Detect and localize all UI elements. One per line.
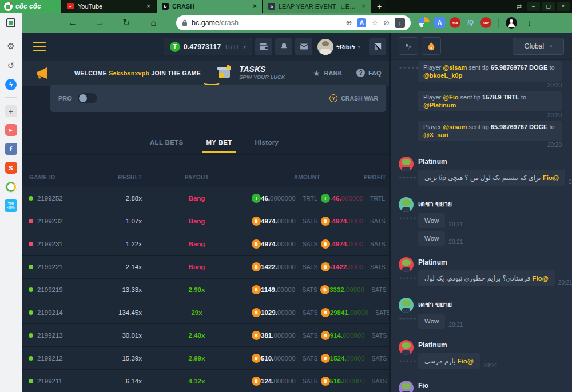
quick-download-icon[interactable]: ⇄ (517, 3, 522, 10)
tab-close-icon[interactable]: × (253, 2, 257, 10)
username[interactable]: ϟRibiϟ (336, 43, 355, 50)
question-circle-icon: ? (329, 94, 337, 102)
chat-username[interactable]: เดชา ขยาย (418, 299, 562, 310)
bookmark-star-icon[interactable]: ☆ (371, 18, 378, 27)
chat-username[interactable]: Platinum (418, 258, 562, 266)
table-row[interactable]: 2199213 30.01x 2.40x ฿381.000000SATS ฿91… (22, 323, 389, 346)
coin-drop-button[interactable]: ฿ (422, 37, 441, 55)
download-manager-icon[interactable]: ↓ (395, 18, 405, 28)
adblock-shield-icon[interactable]: ⊘ (383, 18, 390, 27)
pro-label: PRO (58, 95, 72, 102)
timestamp: 20:20 (418, 82, 562, 89)
sats-coin-icon: ฿ (320, 285, 329, 294)
rank-link[interactable]: ★ RANK (313, 69, 342, 78)
chat-username[interactable]: Fio (418, 382, 562, 390)
trtl-coin-icon: T (252, 194, 261, 203)
table-row[interactable]: 2199252 2.88x Bang T46.0000000TRTL T-46.… (22, 187, 389, 210)
chat-channel-select[interactable]: Global ▾ (513, 38, 564, 55)
tab-youtube[interactable]: ▶ YouTube × (62, 0, 156, 13)
table-row[interactable]: 2199212 15.39x 2.99x ฿510.000000SATS ฿15… (22, 346, 389, 369)
new-tab-button[interactable]: + (372, 0, 386, 13)
table-row[interactable]: 2199221 2.14x Bang ฿1422.00000SATS ฿-142… (22, 255, 389, 278)
rain-button[interactable] (399, 37, 418, 55)
extension-yab-icon[interactable]: YAB (450, 17, 460, 28)
tip-message: Player @sisam sent tip 65.98769767 DOGE … (418, 61, 562, 89)
shopee-shortcut-icon[interactable]: S (5, 162, 17, 174)
url-text[interactable]: bc.game/crash (192, 19, 239, 27)
tiki-shortcut-icon[interactable]: TIKI -50% (5, 199, 17, 212)
history-icon[interactable]: ↺ (5, 59, 17, 72)
settings-gear-icon[interactable]: ⚙ (5, 40, 17, 53)
messenger-icon[interactable]: ϟ (5, 79, 17, 90)
avatar[interactable] (399, 157, 414, 171)
coccoc-brand[interactable]: cốc cốc (0, 0, 61, 13)
facebook-shortcut-icon[interactable]: f (5, 143, 17, 155)
tab-close-icon[interactable]: × (362, 2, 366, 10)
balance-selector[interactable]: T 0.47973117 TRTL ▾ (164, 38, 252, 55)
extension-abp-icon[interactable]: ABP (480, 17, 491, 28)
coccoc-sidebar: ⚙ ↺ ϟ + ▶ f S TIKI -50% (0, 13, 22, 392)
avatar[interactable] (399, 197, 414, 212)
menu-hamburger-icon[interactable] (33, 42, 46, 51)
table-row[interactable]: 2199219 13.33x 2.90x ฿1149.00000SATS ฿33… (22, 278, 389, 301)
avatar[interactable] (399, 298, 414, 313)
chat-username[interactable]: เดชา ขยาย (418, 198, 562, 209)
table-row[interactable]: 2199214 134.45x 29x ฿1029.00000SATS ฿298… (22, 301, 389, 323)
timestamp: 20:20 (418, 142, 562, 148)
close-button[interactable]: × (557, 2, 570, 11)
tab-close-icon[interactable]: × (146, 2, 150, 10)
tab-my-bet[interactable]: MY BET (202, 135, 236, 153)
avatar[interactable] (399, 340, 414, 355)
chat-username[interactable]: Platinum (418, 158, 562, 166)
table-row[interactable]: 2199231 1.22x Bang ฿4974.00000SATS ฿-497… (22, 233, 389, 255)
coccoc-shortcut-icon[interactable] (5, 181, 17, 193)
megaphone-icon (35, 66, 50, 80)
table-row[interactable]: 2199232 1.07x Bang ฿4974.00000SATS ฿-497… (22, 210, 389, 233)
forward-button[interactable]: → (92, 18, 107, 28)
chat-feed[interactable]: ★★★★★ Player @sisam sent tip 65.98769767… (391, 60, 572, 392)
minimize-button[interactable]: – (527, 2, 540, 11)
avatar[interactable] (399, 381, 414, 392)
notifications-button[interactable] (275, 38, 292, 55)
chat-username[interactable]: Platinum (418, 341, 562, 349)
messages-button[interactable] (295, 38, 312, 55)
sats-coin-icon: ฿ (321, 217, 330, 226)
user-avatar[interactable] (317, 39, 333, 55)
tab-crash-active[interactable]: b CRASH × (157, 0, 262, 13)
translate-icon[interactable]: A (357, 18, 366, 27)
tab-leap-year-event[interactable]: b LEAP YEAR EVENT - □Event - × (263, 0, 371, 13)
sats-coin-icon: ฿ (321, 262, 330, 271)
pro-toggle[interactable] (78, 93, 97, 103)
mention: @sisam (443, 64, 467, 71)
profile-avatar-icon[interactable] (506, 17, 517, 29)
tab-all-bets[interactable]: ALL BETS (146, 135, 187, 153)
result-cell: 134.45x (92, 309, 142, 316)
table-row[interactable]: 2199211 6.14x 4.12x ฿124.000000SATS ฿510… (22, 369, 389, 392)
balance-currency: TRTL (224, 43, 240, 50)
sidebar-toggle-icon[interactable] (6, 18, 15, 27)
extension-translate-icon[interactable]: A (434, 17, 445, 28)
add-shortcut-button[interactable]: + (5, 105, 17, 117)
wallet-button[interactable] (255, 38, 272, 55)
sats-coin-icon: ฿ (321, 377, 330, 386)
avatar[interactable] (399, 257, 414, 272)
youtube-shortcut-icon[interactable]: ▶ (5, 124, 17, 136)
payout-cell: 2.40x (142, 332, 252, 339)
restore-button[interactable]: ▢ (542, 2, 555, 11)
downloads-icon[interactable]: ↓ (527, 18, 532, 27)
crash-war-link[interactable]: ? CRASH WAR (329, 94, 378, 102)
tasks-widget[interactable]: TASKS SPIN YOUR LUCK (215, 63, 285, 81)
address-bar[interactable]: bc.game/crash ⊕ A ☆ ⊘ ↓ (176, 15, 411, 30)
tab-history[interactable]: History (251, 135, 283, 153)
timestamp: 20:20 (569, 179, 572, 186)
zoom-icon[interactable]: ⊕ (346, 18, 352, 27)
extension-iq-icon[interactable]: IQ (465, 17, 476, 28)
chat-toggle-button[interactable] (369, 38, 386, 55)
extension-pie-icon[interactable] (419, 17, 430, 28)
user-stars: ★★★★★ (399, 66, 419, 70)
back-button[interactable]: ← (65, 18, 80, 28)
faq-link[interactable]: ? FAQ (356, 69, 382, 77)
reload-button[interactable]: ↻ (119, 17, 134, 28)
home-button[interactable]: ⌂ (146, 18, 161, 28)
payout-cell: Bang (142, 218, 252, 225)
